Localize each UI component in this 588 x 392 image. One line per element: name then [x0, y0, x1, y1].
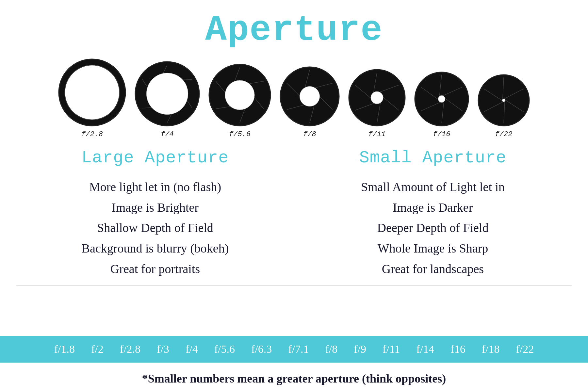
right-line: Whole Image is Sharp	[361, 238, 505, 259]
fstop-f/5.6: f/5.6	[214, 343, 235, 355]
fstop-f/1.8: f/1.8	[54, 343, 75, 355]
small-aperture-heading: Small Aperture	[359, 148, 507, 168]
right-line: Small Amount of Light let in	[361, 177, 505, 197]
aperture-item-f/2.8: f/2.8	[57, 57, 127, 139]
footer-note: *Smaller numbers mean a greater aperture…	[142, 372, 446, 385]
aperture-item-f/22: f/22	[476, 73, 531, 139]
fstop-f/9: f/9	[354, 343, 366, 355]
divider	[16, 285, 572, 286]
svg-point-33	[371, 91, 383, 104]
fstop-f/18: f/18	[482, 343, 500, 355]
right-line: Image is Darker	[361, 197, 505, 218]
large-aperture-col: Large Aperture More light let in (no fla…	[16, 148, 294, 279]
page: Aperture f/2.8 f/4 f/5.6 f/8 f/11 f/16 f…	[0, 0, 588, 392]
fstop-f/6.3: f/6.3	[251, 343, 272, 355]
fstop-f/4: f/4	[186, 343, 198, 355]
fstop-f/14: f/14	[416, 343, 434, 355]
small-aperture-col: Small Aperture Small Amount of Light let…	[294, 148, 572, 279]
fstop-f/8: f/8	[325, 343, 338, 355]
large-aperture-body: More light let in (no flash)Image is Bri…	[82, 177, 229, 279]
svg-point-41	[438, 95, 445, 102]
right-line: Deeper Depth of Field	[361, 218, 505, 238]
left-line: Great for portraits	[82, 259, 229, 279]
fstop-f/22: f/22	[516, 343, 534, 355]
fstop-f/2.8: f/2.8	[120, 343, 140, 355]
aperture-item-f/8: f/8	[278, 65, 341, 139]
aperture-item-f/11: f/11	[347, 68, 407, 139]
left-line: Background is blurry (bokeh)	[82, 238, 229, 259]
right-line: Great for landscapes	[361, 259, 505, 279]
aperture-item-f/16: f/16	[413, 70, 470, 139]
left-line: More light let in (no flash)	[82, 177, 229, 197]
aperture-item-f/4: f/4	[133, 60, 201, 139]
svg-point-25	[300, 86, 319, 106]
aperture-label: f/5.6	[229, 130, 251, 139]
aperture-label: f/11	[368, 130, 386, 139]
left-line: Image is Brighter	[82, 197, 229, 218]
fstop-f16: f16	[450, 343, 465, 355]
fstop-f/11: f/11	[383, 343, 400, 355]
svg-point-9	[146, 73, 188, 114]
aperture-label: f/4	[161, 130, 174, 139]
two-column-section: Large Aperture More light let in (no fla…	[16, 148, 572, 279]
svg-point-17	[225, 80, 254, 110]
aperture-label: f/8	[303, 130, 316, 139]
svg-point-1	[65, 65, 119, 120]
svg-point-49	[502, 99, 505, 102]
small-aperture-body: Small Amount of Light let inImage is Dar…	[361, 177, 505, 279]
fstop-bar: f/1.8f/2f/2.8f/3f/4f/5.6f/6.3f/7.1f/8f/9…	[0, 336, 588, 363]
fstop-f/7.1: f/7.1	[288, 343, 309, 355]
page-title: Aperture	[205, 10, 383, 51]
large-aperture-heading: Large Aperture	[82, 148, 229, 168]
left-line: Shallow Depth of Field	[82, 218, 229, 238]
aperture-label: f/22	[495, 130, 513, 139]
fstop-f/3: f/3	[157, 343, 169, 355]
fstop-f/2: f/2	[91, 343, 104, 355]
aperture-diagrams: f/2.8 f/4 f/5.6 f/8 f/11 f/16 f/22	[57, 57, 531, 139]
aperture-label: f/16	[433, 130, 450, 139]
aperture-label: f/2.8	[81, 130, 103, 139]
aperture-item-f/5.6: f/5.6	[207, 62, 272, 139]
